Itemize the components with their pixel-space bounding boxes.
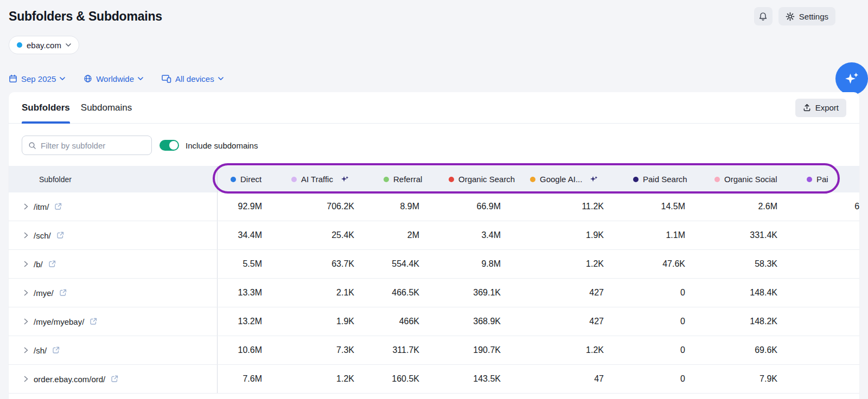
row-values: 13.3M 2.1K 466.5K 369.1K 427 0 148.4K [217, 279, 859, 307]
chevron-down-icon [60, 77, 65, 80]
subfolder-cell: /itm/ [9, 192, 217, 221]
cell-value: 58.3K [701, 250, 794, 278]
settings-button[interactable]: Settings [778, 7, 835, 25]
cell-value: 427 [517, 279, 620, 307]
column-header-organic-social[interactable]: Organic Social [701, 166, 794, 192]
channel-label: Google AI... [540, 175, 582, 184]
include-subdomains-toggle[interactable] [159, 140, 179, 151]
cell-value: 1.2K [517, 336, 620, 364]
subfolder-link[interactable]: /itm/ [34, 202, 49, 211]
subfolder-link[interactable]: /mye/myebay/ [34, 317, 84, 326]
subfolders-table: Subfolder Direct AI Traffic [9, 166, 859, 394]
cell-value: 7.3K [278, 336, 371, 364]
cell-value: 14.5M [620, 192, 701, 221]
column-header-subfolder[interactable]: Subfolder [9, 166, 217, 192]
external-link-icon[interactable] [56, 231, 64, 239]
column-header-ai-traffic[interactable]: AI Traffic [278, 166, 371, 192]
expand-chevron-icon[interactable] [24, 203, 28, 210]
include-subdomains-control: Include subdomains [159, 140, 258, 151]
domain-selector[interactable]: ebay.com [9, 36, 79, 54]
subfolder-cell: /mye/myebay/ [9, 307, 217, 336]
subfolder-link[interactable]: /sh/ [34, 346, 47, 355]
subfolder-link[interactable]: order.ebay.com/ord/ [34, 375, 105, 384]
external-link-icon[interactable] [54, 203, 62, 210]
page-title: Subfolders & Subdomains [9, 9, 162, 24]
chevron-down-icon [218, 77, 224, 80]
external-link-icon[interactable] [48, 260, 56, 268]
column-header-organic-search[interactable]: Organic Search [436, 166, 517, 192]
tab-subfolders-label: Subfolders [22, 102, 70, 113]
tab-subdomains[interactable]: Subdomains [81, 92, 132, 123]
cell-value: 143.5K [436, 365, 517, 393]
expand-chevron-icon[interactable] [24, 232, 28, 239]
column-header-paid-search[interactable]: Paid Search [620, 166, 701, 192]
external-link-icon[interactable] [90, 318, 97, 325]
cell-value: 148.4K [701, 279, 794, 307]
subfolder-filter-input[interactable] [41, 141, 145, 150]
channel-dot [291, 177, 297, 182]
subfolder-link[interactable]: /mye/ [34, 288, 54, 298]
subfolder-cell: /mye/ [9, 279, 217, 307]
external-link-icon[interactable] [111, 375, 118, 383]
channel-label: Referral [393, 175, 422, 184]
external-link-icon[interactable] [52, 346, 60, 354]
cell-value: 554.4K [371, 250, 436, 278]
chevron-down-icon [138, 77, 143, 80]
cell-value: 7.9K [701, 365, 794, 393]
tab-subfolders[interactable]: Subfolders [22, 92, 70, 123]
expand-chevron-icon[interactable] [24, 347, 28, 353]
cell-value [794, 250, 859, 278]
date-filter[interactable]: Sep 2025 [9, 74, 65, 83]
cell-value: 9.8M [436, 250, 517, 278]
cell-value: 66.9M [436, 192, 517, 221]
expand-chevron-icon[interactable] [24, 318, 28, 325]
cell-value: 1 [794, 221, 859, 249]
channel-dot [449, 177, 454, 182]
topbar: Subfolders & Subdomains Settings [9, 7, 835, 26]
table-header-row: Subfolder Direct AI Traffic [9, 166, 859, 192]
cell-value: 160.5K [371, 365, 436, 393]
table-row: order.ebay.com/ord/ 7.6M 1.2K 160.5K 143… [9, 365, 859, 394]
cell-value [794, 365, 859, 393]
column-header-referral[interactable]: Referral [371, 166, 436, 192]
cell-value: 466.5K [371, 279, 436, 307]
channel-dot [530, 177, 535, 182]
cell-value: 1.1M [620, 221, 701, 249]
devices-icon [162, 74, 171, 83]
column-header-google-ai[interactable]: Google AI... [517, 166, 620, 192]
expand-chevron-icon[interactable] [24, 376, 28, 382]
channel-label: Direct [240, 175, 261, 184]
active-tab-underline [22, 121, 70, 124]
chevron-down-icon [66, 43, 71, 47]
external-link-icon[interactable] [59, 289, 67, 297]
devices-filter[interactable]: All devices [162, 74, 224, 83]
cell-value: 311.7K [371, 336, 436, 364]
column-header-paid[interactable]: Pai [794, 166, 859, 192]
devices-filter-label: All devices [175, 74, 214, 83]
cell-value: 1.2K [278, 365, 371, 393]
subfolder-filter [22, 136, 152, 155]
ai-assistant-button[interactable] [835, 62, 868, 95]
cell-value: 331.4K [701, 221, 794, 249]
topbar-actions: Settings [754, 7, 835, 25]
cell-value: 13.2M [218, 307, 278, 336]
cell-value: 0 [620, 307, 701, 336]
table-row: /mye/ 13.3M 2.1K 466.5K 369.1K 427 0 148… [9, 279, 859, 307]
column-header-direct[interactable]: Direct [218, 166, 278, 192]
export-icon [803, 104, 811, 112]
subfolder-link[interactable]: /b/ [34, 260, 43, 269]
cell-value: 47.6K [620, 250, 701, 278]
subfolder-link[interactable]: /sch/ [34, 231, 51, 240]
cell-value: 3.4M [436, 221, 517, 249]
cell-value [794, 279, 859, 307]
filters-bar: Sep 2025 Worldwide All devices [9, 71, 224, 86]
table-row: /mye/myebay/ 13.2M 1.9K 466K 368.9K 427 … [9, 307, 859, 336]
location-filter[interactable]: Worldwide [84, 74, 143, 83]
export-button[interactable]: Export [795, 99, 846, 117]
expand-chevron-icon[interactable] [24, 261, 28, 267]
notifications-button[interactable] [754, 7, 773, 25]
cell-value: 7.6M [218, 365, 278, 393]
expand-chevron-icon[interactable] [24, 289, 28, 296]
cell-value: 47 [517, 365, 620, 393]
globe-icon [84, 74, 92, 83]
